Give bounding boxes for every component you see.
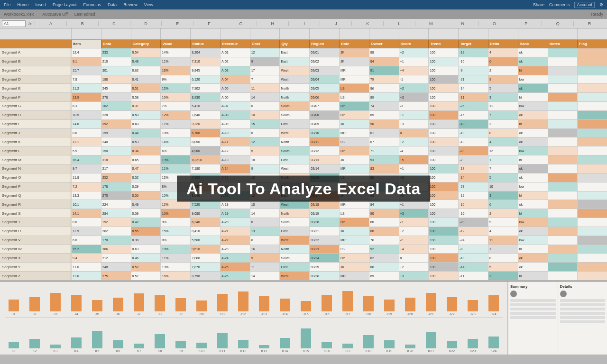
- row-label[interactable]: Segment F: [0, 93, 71, 101]
- cell[interactable]: 11%: [160, 164, 190, 173]
- cell[interactable]: 275: [101, 272, 131, 280]
- cell[interactable]: 12%: [160, 111, 190, 119]
- cell[interactable]: hi: [518, 93, 548, 101]
- cell[interactable]: 18%: [160, 245, 190, 254]
- cell[interactable]: 71: [369, 146, 399, 155]
- cell[interactable]: 12.4: [71, 48, 101, 57]
- cell[interactable]: 03/13: [309, 155, 339, 164]
- column-letter[interactable]: J: [320, 21, 351, 26]
- cell[interactable]: JK: [339, 155, 369, 164]
- cell[interactable]: 100: [428, 200, 458, 209]
- cell[interactable]: JK: [339, 227, 369, 236]
- cell[interactable]: 100: [428, 48, 458, 57]
- cell[interactable]: 11: [250, 84, 280, 92]
- cell[interactable]: -16: [458, 200, 488, 209]
- cell[interactable]: 9,080: [190, 209, 220, 218]
- cell[interactable]: East: [279, 57, 309, 66]
- column-header[interactable]: Target: [458, 40, 488, 48]
- table-row[interactable]: Segment F13.92780.5816%8,930A-0614North0…: [0, 93, 607, 102]
- cell[interactable]: [548, 120, 578, 128]
- cell[interactable]: 0.54: [131, 48, 161, 57]
- cell[interactable]: [577, 245, 607, 254]
- cell[interactable]: 318: [101, 155, 131, 164]
- cell[interactable]: 14%: [160, 137, 190, 146]
- cell[interactable]: 11: [488, 236, 518, 245]
- cell[interactable]: 4: [488, 48, 518, 57]
- cell[interactable]: 3: [488, 93, 518, 101]
- cell[interactable]: low: [518, 218, 548, 227]
- cell[interactable]: A-06: [220, 93, 250, 101]
- cell[interactable]: 79: [369, 75, 399, 84]
- cell[interactable]: 0: [399, 129, 429, 137]
- cell[interactable]: [577, 209, 607, 218]
- cell[interactable]: [577, 155, 607, 164]
- cell[interactable]: South: [279, 146, 309, 155]
- cell[interactable]: 74: [369, 102, 399, 110]
- cell[interactable]: -9: [458, 66, 488, 75]
- cell[interactable]: 03/01: [309, 48, 339, 57]
- cell[interactable]: 162: [101, 102, 131, 110]
- cell[interactable]: 7: [488, 111, 518, 119]
- cell[interactable]: -21: [458, 75, 488, 84]
- cell[interactable]: 6: [488, 57, 518, 66]
- row-label[interactable]: Segment A: [0, 48, 71, 57]
- cell[interactable]: [548, 227, 578, 236]
- cell[interactable]: 81: [369, 129, 399, 137]
- cell[interactable]: 100: [428, 102, 458, 110]
- column-letter[interactable]: M: [415, 21, 447, 26]
- cell[interactable]: 03/23: [309, 245, 339, 254]
- cell[interactable]: DP: [339, 254, 369, 262]
- cell[interactable]: low: [518, 236, 548, 245]
- cell[interactable]: [577, 227, 607, 236]
- cell[interactable]: 8,410: [190, 227, 220, 236]
- cell[interactable]: 10.1: [71, 200, 101, 209]
- cell[interactable]: 90: [369, 120, 399, 128]
- column-header[interactable]: Value: [160, 40, 190, 48]
- ribbon-account[interactable]: Account: [574, 2, 595, 8]
- cell[interactable]: 13.3: [71, 191, 101, 200]
- cell[interactable]: 6,780: [190, 129, 220, 137]
- cell[interactable]: 03/19: [309, 209, 339, 218]
- cell[interactable]: -24: [458, 236, 488, 245]
- cell[interactable]: A-13: [220, 155, 250, 164]
- cell[interactable]: 0.55: [131, 227, 161, 236]
- cell[interactable]: JK: [339, 120, 369, 128]
- cell[interactable]: 03/05: [309, 84, 339, 92]
- cell[interactable]: 9,320: [190, 120, 220, 128]
- column-header[interactable]: Item: [71, 40, 101, 48]
- cell[interactable]: A-02: [220, 57, 250, 66]
- cell[interactable]: 4: [488, 227, 518, 236]
- table-row[interactable]: Segment E11.22450.5113%7,902A-0511North0…: [0, 84, 607, 93]
- column-header[interactable]: Data: [101, 40, 131, 48]
- table-row[interactable]: Segment Y11.62480.5213%7,870A-2511East03…: [0, 263, 607, 272]
- cell[interactable]: 7,870: [190, 263, 220, 271]
- cell[interactable]: 13%: [160, 84, 190, 92]
- cell[interactable]: South: [279, 111, 309, 119]
- cell[interactable]: 9: [250, 164, 280, 173]
- column-header[interactable]: Region: [309, 40, 339, 48]
- cell[interactable]: 16.4: [71, 155, 101, 164]
- cell[interactable]: South: [279, 254, 309, 262]
- cell[interactable]: [577, 111, 607, 119]
- cell[interactable]: A-03: [220, 66, 250, 75]
- cell[interactable]: -1: [399, 218, 429, 227]
- cell[interactable]: 170: [101, 236, 131, 245]
- cell[interactable]: 87: [369, 137, 399, 146]
- cell[interactable]: JK: [339, 48, 369, 57]
- cell[interactable]: 224: [101, 200, 131, 209]
- cell[interactable]: 03/02: [309, 57, 339, 66]
- cell[interactable]: -14: [458, 263, 488, 271]
- cell[interactable]: -8: [458, 245, 488, 254]
- cell[interactable]: 0.59: [131, 209, 161, 218]
- cell[interactable]: 240: [101, 137, 131, 146]
- cell[interactable]: -11: [458, 272, 488, 280]
- cell[interactable]: [577, 146, 607, 155]
- cell[interactable]: -23: [458, 182, 488, 191]
- cell[interactable]: 12: [250, 48, 280, 57]
- cell[interactable]: [548, 48, 578, 57]
- row-label[interactable]: Segment C: [0, 66, 71, 75]
- cell[interactable]: North: [279, 209, 309, 218]
- table-row[interactable]: Segment D7.81880.419%6,120A-047West03/04…: [0, 75, 607, 84]
- cell[interactable]: [577, 173, 607, 182]
- cell[interactable]: 2: [488, 120, 518, 128]
